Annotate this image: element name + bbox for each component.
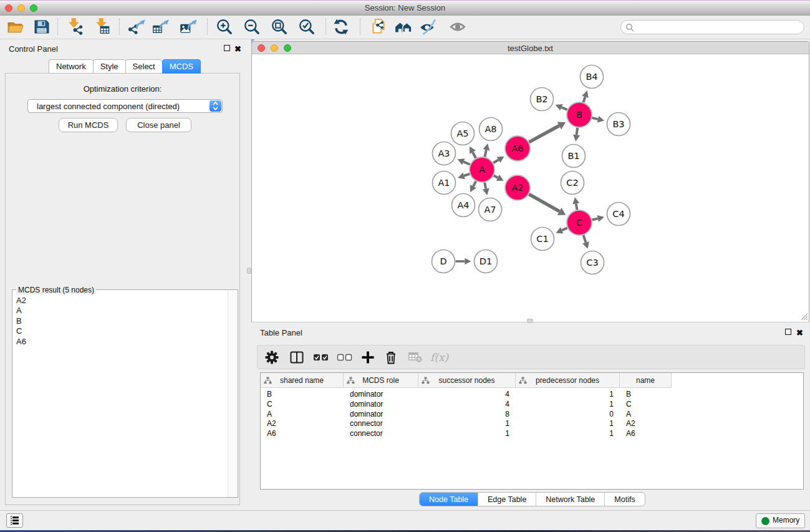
graph-edge-C-C2[interactable]	[576, 204, 577, 210]
table-cell[interactable]: 1	[522, 418, 614, 428]
table-cell[interactable]: 1	[425, 428, 509, 438]
graph-edge-A-A1[interactable]	[464, 174, 470, 176]
run-mcds-button[interactable]: Run MCDS	[59, 118, 118, 132]
deselect-all-icon[interactable]	[337, 350, 354, 365]
memory-button[interactable]: Memory	[756, 513, 805, 528]
table-cell[interactable]: 8	[425, 409, 509, 419]
table-cell[interactable]: C	[267, 399, 337, 409]
table-cell[interactable]: dominator	[350, 389, 412, 399]
zoom-selected-icon[interactable]	[298, 18, 316, 36]
export-network-icon[interactable]	[128, 18, 145, 36]
graph-edge-B-B1[interactable]	[577, 128, 578, 135]
tab-node-table[interactable]: Node Table	[420, 493, 478, 506]
table-close-icon[interactable]: ✖	[796, 329, 803, 336]
graph-edge-C-C1[interactable]	[562, 228, 567, 230]
column-visibility-icon[interactable]	[289, 350, 304, 365]
graph-edge-C-C3[interactable]	[584, 235, 586, 243]
close-panel-icon[interactable]: ✖	[234, 46, 241, 52]
tab-mcds[interactable]: MCDS	[162, 59, 201, 74]
table-cell[interactable]: 4	[425, 389, 509, 399]
table-cell[interactable]: A6	[267, 428, 337, 438]
table-cell[interactable]: C	[626, 399, 665, 409]
result-scrollbar[interactable]	[228, 291, 237, 497]
graph-edge-B-B2[interactable]	[561, 107, 567, 110]
table-cell[interactable]: 1	[425, 418, 509, 428]
title-bar[interactable]: Session: New Session	[0, 1, 810, 16]
graph-edge-C-C4[interactable]	[592, 218, 597, 220]
table-cell[interactable]: 0	[522, 409, 614, 419]
graph-edge-A-A2[interactable]	[494, 176, 498, 178]
table-cell[interactable]: A	[267, 409, 337, 419]
show-all-icon[interactable]	[449, 18, 466, 36]
table-cell[interactable]: dominator	[350, 399, 412, 409]
tab-style[interactable]: Style	[93, 59, 125, 74]
table-cell[interactable]: dominator	[350, 409, 412, 419]
table-cell[interactable]: connector	[350, 428, 412, 438]
add-column-icon[interactable]	[360, 350, 375, 365]
tab-motifs[interactable]: Motifs	[605, 493, 644, 506]
export-table-icon[interactable]	[152, 18, 169, 36]
graph-edge-B-B3[interactable]	[592, 118, 597, 119]
network-window-titlebar[interactable]: testGlobe.txt	[252, 42, 809, 54]
tab-network-table[interactable]: Network Table	[536, 493, 605, 506]
graph-edge-B-B4[interactable]	[584, 97, 586, 102]
tab-edge-table[interactable]: Edge Table	[478, 493, 536, 506]
table-float-icon[interactable]	[785, 329, 791, 335]
criterion-dropdown[interactable]: largest connected component (directed)	[27, 99, 223, 113]
graph-edge-A6-B[interactable]	[529, 126, 559, 142]
column-header-name[interactable]: name	[620, 373, 672, 387]
mcds-result-item[interactable]: A	[16, 306, 26, 316]
table-cell[interactable]: A6	[626, 428, 665, 438]
export-image-icon[interactable]	[179, 18, 196, 36]
first-neighbors-icon[interactable]	[395, 18, 412, 36]
open-session-icon[interactable]	[7, 18, 24, 36]
table-cell[interactable]: B	[267, 389, 337, 399]
table-cell[interactable]: A2	[626, 418, 665, 428]
column-header-successor-nodes[interactable]: successor nodes	[418, 373, 516, 387]
tab-network[interactable]: Network	[49, 59, 93, 74]
tab-select[interactable]: Select	[125, 59, 162, 74]
table-cell[interactable]: 1	[522, 389, 614, 399]
task-history-button[interactable]	[6, 513, 23, 528]
column-header-predecessor-nodes[interactable]: predecessor nodes	[516, 373, 620, 387]
table-cell[interactable]: 4	[425, 399, 509, 409]
refresh-icon[interactable]	[332, 18, 350, 36]
graph-edge-A-A8[interactable]	[485, 150, 486, 157]
mcds-result-item[interactable]: B	[16, 316, 26, 326]
vertical-splitter-grip[interactable]	[247, 268, 251, 274]
hide-selected-icon[interactable]	[420, 18, 437, 36]
table-cell[interactable]: 1	[522, 399, 614, 409]
graph-edge-A2-C[interactable]	[529, 194, 559, 211]
import-network-icon[interactable]	[67, 18, 85, 36]
save-session-icon[interactable]	[33, 18, 51, 36]
import-table-icon[interactable]	[95, 18, 112, 36]
graph-edge-A-A4[interactable]	[473, 181, 476, 186]
zoom-out-icon[interactable]	[243, 18, 261, 36]
mcds-result-item[interactable]: A6	[16, 337, 26, 347]
close-panel-button[interactable]: Close panel	[126, 118, 191, 132]
graph-edge-A-A5[interactable]	[473, 152, 476, 158]
column-header-MCDS-role[interactable]: MCDS role	[344, 373, 418, 387]
function-builder-icon[interactable]: f(x)	[429, 350, 451, 365]
horizontal-splitter-grip[interactable]	[527, 319, 533, 323]
graph-edge-A-A7[interactable]	[485, 183, 486, 189]
delete-row-icon[interactable]	[383, 350, 398, 365]
table-cell[interactable]: A	[626, 409, 665, 419]
zoom-fit-icon[interactable]	[271, 18, 288, 36]
copy-network-icon[interactable]	[370, 18, 387, 36]
graph-edge-A-A3[interactable]	[463, 162, 470, 164]
zoom-in-icon[interactable]	[216, 18, 233, 36]
mcds-result-list[interactable]: A2ABCA6	[13, 296, 26, 347]
window-resize-grip[interactable]	[800, 312, 808, 321]
table-cell[interactable]: A2	[267, 418, 337, 428]
float-panel-icon[interactable]	[224, 45, 230, 51]
network-graph-canvas[interactable]: B4B2BB3A5A8A6A3B1AC2A1A2A4A7C4CC1C3DD1	[252, 55, 809, 322]
graph-edge-A-A6[interactable]	[493, 160, 498, 163]
search-input[interactable]	[620, 20, 804, 34]
mcds-result-item[interactable]: C	[16, 326, 26, 336]
select-all-icon[interactable]	[313, 350, 330, 365]
column-header-shared-name[interactable]: shared name	[261, 373, 344, 387]
mcds-result-item[interactable]: A2	[16, 296, 26, 306]
table-cell[interactable]: 1	[522, 428, 614, 438]
table-cell[interactable]: connector	[350, 418, 412, 428]
